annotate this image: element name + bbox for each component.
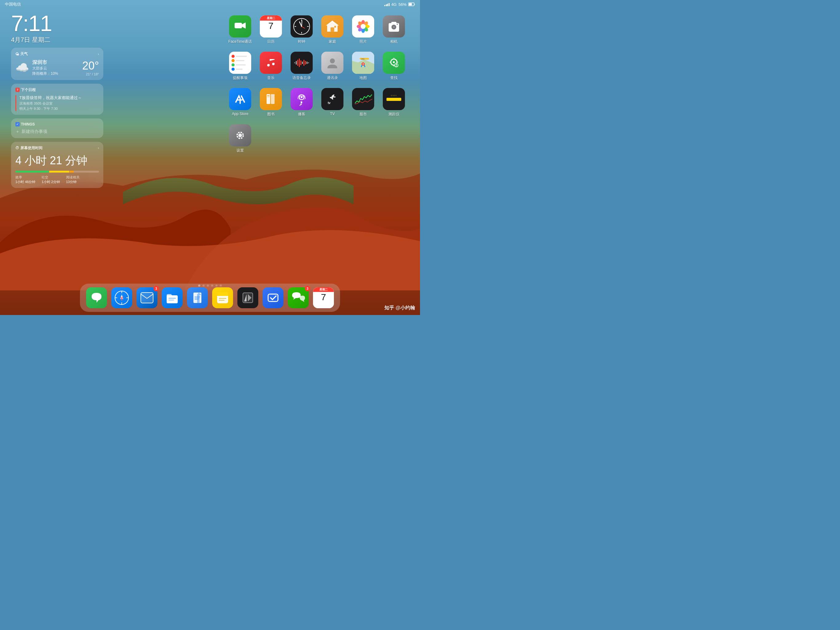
calendar-badge: 7 — [15, 88, 20, 92]
app-voicememo[interactable]: 语音备忘录 — [288, 52, 316, 81]
findmy-label: 查找 — [390, 75, 398, 81]
maps-icon: 280 — [352, 52, 374, 74]
app-measure[interactable]: ··|··|··|··| 测距仪 — [380, 88, 408, 117]
weather-widget[interactable]: 🌤 天气 › ☁️ 深圳市 大部多云 降雨概率：10% 20° 21° / 18… — [11, 47, 103, 80]
event-title: T族晋级答辩，祝愿大家都能通过～ — [19, 95, 82, 101]
signal-indicator — [384, 2, 390, 6]
svg-point-70 — [238, 133, 242, 137]
svg-rect-29 — [296, 61, 297, 65]
dock-things[interactable] — [262, 287, 284, 308]
app-music[interactable]: 音乐 — [257, 52, 285, 81]
things-widget[interactable]: ✓ THINGS ＋ 新建待办事项 — [11, 119, 103, 138]
weather-condition: 大部多云 — [32, 66, 58, 71]
legend-social: 社交 1小时 2分钟 — [41, 175, 60, 184]
books-label: 图书 — [267, 112, 275, 117]
reminders-label: 提醒事项 — [233, 75, 248, 81]
measure-icon: ··|··|··|··| — [383, 88, 405, 110]
calendar-number: 7 — [268, 21, 274, 31]
calendar-inner: 星期二 7 — [260, 15, 282, 38]
svg-marker-3 — [242, 22, 246, 28]
battery-icon — [408, 2, 415, 6]
app-stocks[interactable]: 股市 — [349, 88, 377, 117]
calendar-label: 日历 — [267, 39, 275, 44]
dock-safari[interactable] — [111, 287, 132, 308]
dock-mail[interactable]: 3 — [136, 287, 158, 308]
home-icon — [321, 15, 343, 38]
dock-files[interactable] — [162, 287, 183, 308]
screen-time-arrow-icon: › — [98, 146, 99, 150]
appstore-label: App Store — [232, 112, 248, 116]
dock-goodreader[interactable] — [187, 287, 208, 308]
app-facetime[interactable]: FaceTime通话 — [226, 15, 254, 44]
reminder-line-3 — [232, 63, 249, 66]
calendar-dock-inner: 星期二 7 — [313, 287, 334, 308]
legend-reading: 阅读相关 13分钟 — [66, 175, 80, 184]
appletv-icon: tv — [321, 88, 343, 110]
dock-wechat[interactable]: 3 — [288, 287, 309, 308]
svg-rect-37 — [308, 62, 309, 63]
contacts-label: 通讯录 — [327, 75, 338, 81]
screen-time-widget[interactable]: ⏱ 屏幕使用时间 › 4 小时 21 分钟 效率 1小时 46分钟 社交 1小时… — [11, 142, 103, 188]
appstore-icon — [229, 88, 251, 110]
app-camera[interactable]: 相机 — [380, 15, 408, 44]
svg-line-11 — [302, 21, 302, 27]
dock: 3 — [80, 283, 340, 312]
weather-arrow-icon: › — [98, 52, 99, 56]
app-appstore[interactable]: App Store — [226, 88, 254, 117]
app-photos[interactable]: 照片 — [349, 15, 377, 44]
app-calendar[interactable]: 星期二 7 日历 — [257, 15, 285, 44]
weather-widget-header: 🌤 天气 › — [15, 51, 99, 57]
measure-label: 测距仪 — [388, 112, 399, 117]
weather-rain: 降雨概率：10% — [32, 71, 58, 76]
screen-time-title: ⏱ 屏幕使用时间 — [15, 146, 43, 151]
apps-grid: FaceTime通话 星期二 7 日历 — [226, 15, 408, 153]
bar-reading — [69, 171, 74, 173]
messages-dock-icon — [86, 287, 107, 308]
svg-rect-34 — [303, 60, 305, 66]
dock-darkroom[interactable] — [237, 287, 258, 308]
dock-notes[interactable] — [212, 287, 233, 308]
svg-rect-2 — [235, 23, 242, 28]
app-books[interactable]: 图书 — [257, 88, 285, 117]
event-location: 滨海南塔 3505 会议室 — [19, 101, 82, 106]
rem-bar-3 — [236, 64, 246, 65]
app-settings[interactable]: 设置 — [226, 124, 254, 153]
battery-text: 56% — [398, 2, 406, 7]
weather-description: 深圳市 大部多云 降雨概率：10% — [32, 59, 58, 76]
dock-messages[interactable] — [86, 287, 107, 308]
things-add-button[interactable]: ＋ 新建待办事项 — [15, 129, 99, 135]
app-reminders[interactable]: 提醒事项 — [226, 52, 254, 81]
calendar-widget[interactable]: 7 下个日程 T族晋级答辩，祝愿大家都能通过～ 滨海南塔 3505 会议室 明天… — [11, 84, 103, 115]
svg-text:280: 280 — [361, 58, 365, 60]
calendar-top: 星期二 — [260, 15, 282, 21]
app-podcasts[interactable]: 播客 — [288, 88, 316, 117]
dock-calendar[interactable]: 星期二 7 — [313, 287, 334, 308]
app-clock[interactable]: 时钟 — [288, 15, 316, 44]
svg-rect-92 — [217, 294, 228, 295]
svg-rect-80 — [141, 293, 153, 303]
app-contacts[interactable]: 通讯录 — [319, 52, 346, 81]
app-maps[interactable]: 280 地图 — [349, 52, 377, 81]
status-right: 4G 56% — [384, 2, 415, 7]
svg-rect-84 — [169, 300, 174, 301]
bar-social — [49, 171, 69, 173]
app-appletv[interactable]: tv TV — [319, 88, 346, 117]
svg-text:tv: tv — [328, 101, 330, 104]
svg-rect-57 — [267, 97, 270, 97]
wechat-badge: 3 — [305, 286, 310, 291]
svg-rect-13 — [330, 27, 334, 32]
weather-icon: 🌤 — [15, 52, 19, 56]
app-home[interactable]: 家庭 — [319, 15, 346, 44]
photos-icon — [352, 15, 374, 38]
weather-temp: 20° — [82, 59, 99, 72]
app-findmy[interactable]: 查找 — [380, 52, 408, 81]
reminder-line-4 — [232, 68, 249, 71]
svg-rect-82 — [167, 295, 178, 303]
event-info: T族晋级答辩，祝愿大家都能通过～ 滨海南塔 3505 会议室 明天上午 9:30… — [19, 95, 82, 111]
things-widget-header: ✓ THINGS — [15, 122, 99, 127]
things-plus-icon: ＋ — [15, 129, 20, 135]
signal-bar-4 — [388, 3, 390, 6]
screen-time-bar — [15, 171, 99, 173]
weather-cloud-icon: ☁️ — [15, 61, 29, 74]
stocks-label: 股市 — [359, 112, 367, 117]
